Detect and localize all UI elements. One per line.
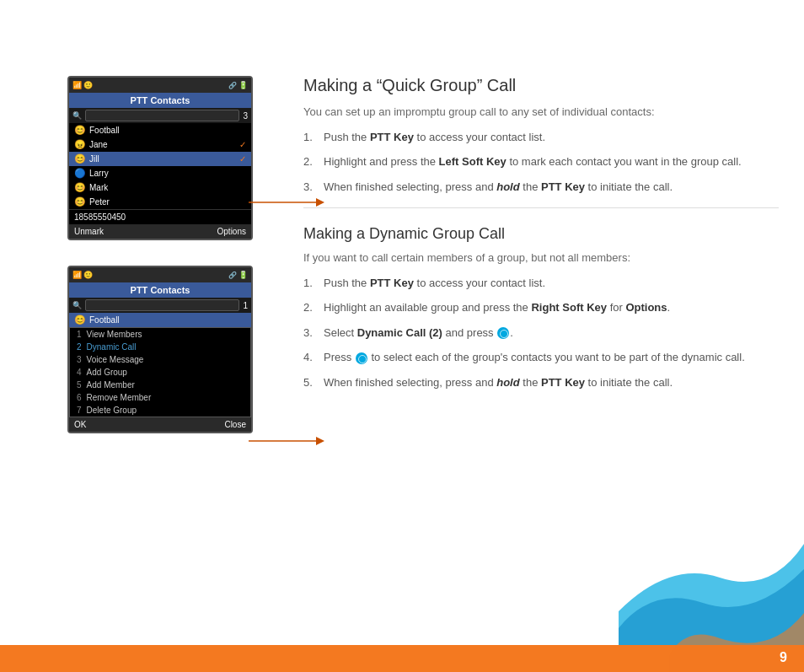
section2-step-4-num: 4. bbox=[303, 349, 317, 366]
phone2-group-football: 😊 Football bbox=[69, 313, 251, 327]
section2-step-1-text: Push the PTT Key to access your contact … bbox=[324, 275, 545, 292]
phone1-contact-football-icon: 😊 bbox=[74, 125, 86, 136]
phone1-contact-jill: 😊 Jill ✓ bbox=[69, 152, 251, 166]
section1-step-3-num: 3. bbox=[303, 179, 317, 196]
phone1-contact-peter-icon: 😊 bbox=[74, 196, 86, 207]
phone2-menu-num-1: 1 bbox=[77, 330, 82, 339]
phone1-right-soft-key[interactable]: Options bbox=[217, 227, 246, 236]
phone2-title-bar: PTT Contacts bbox=[69, 282, 251, 298]
phone2-menu-num-2: 2 bbox=[77, 342, 82, 352]
phone2-search-icon: 🔍 bbox=[72, 301, 82, 309]
phone1-contact-peter: 😊 Peter bbox=[69, 195, 251, 209]
phone2-smiley-icon: 🙂 bbox=[83, 271, 93, 279]
section2-description: If you want to call certain members of a… bbox=[303, 250, 779, 266]
phone1-contact-jane-name: Jane bbox=[89, 140, 108, 149]
page-number: 9 bbox=[780, 650, 787, 665]
phone1-link-icon: 🔗 bbox=[228, 82, 237, 89]
phone2-menu-label-7: Delete Group bbox=[87, 406, 137, 415]
phone1-contact-list: 😊 Football 😠 Jane ✓ 😊 Jill ✓ 🔵 Larry bbox=[69, 123, 251, 209]
section2-step-4-text: Press to select each of the group's cont… bbox=[324, 349, 745, 366]
phone2-menu-item-2[interactable]: 2 Dynamic Call bbox=[70, 341, 250, 353]
phone2-link-icon: 🔗 bbox=[228, 271, 237, 279]
phone2-menu-num-3: 3 bbox=[77, 355, 82, 364]
section1-step-3-text: When finished selecting, press and hold … bbox=[324, 179, 673, 196]
phone2-signal-icon: 📶 bbox=[72, 271, 82, 279]
section1-step-1: 1. Push the PTT Key to access your conta… bbox=[303, 129, 779, 146]
phone1-contact-football-name: Football bbox=[89, 126, 120, 135]
phone2-search-input[interactable] bbox=[85, 299, 239, 311]
phone2-menu-item-4[interactable]: 4 Add Group bbox=[70, 366, 250, 379]
section1-step-2: 2. Highlight and press the Left Soft Key… bbox=[303, 153, 779, 170]
phone2-menu-num-4: 4 bbox=[77, 368, 82, 377]
phone2-menu-item-3[interactable]: 3 Voice Message bbox=[70, 353, 250, 366]
section1-description: You can set up an impromptu group call t… bbox=[303, 104, 779, 121]
phone1-signal-icon: 📶 bbox=[72, 81, 82, 89]
section1-step-2-num: 2. bbox=[303, 153, 317, 170]
phone2-menu-label-6: Remove Member bbox=[87, 393, 152, 402]
phone2-right-soft-key[interactable]: Close bbox=[224, 420, 246, 429]
phone2-menu-label-1: View Members bbox=[87, 330, 142, 339]
phone1-contact-jane-icon: 😠 bbox=[74, 139, 86, 150]
section2-title: Making a Dynamic Group Call bbox=[303, 225, 779, 243]
phone1-contact-mark-name: Mark bbox=[89, 183, 108, 192]
phone1-title-bar: PTT Contacts bbox=[69, 93, 251, 108]
arrow-connector-2 bbox=[249, 433, 324, 449]
phone2-menu-label-4: Add Group bbox=[87, 368, 127, 377]
phone2-menu-num-5: 5 bbox=[77, 380, 82, 390]
phone1-contact-larry: 🔵 Larry bbox=[69, 166, 251, 180]
phone2-status-right: 🔗 🔋 bbox=[228, 271, 248, 279]
svg-marker-3 bbox=[316, 437, 324, 445]
section2-step-1: 1. Push the PTT Key to access your conta… bbox=[303, 275, 779, 292]
section-divider bbox=[303, 207, 779, 208]
phone2-group-name: Football bbox=[89, 315, 120, 325]
phone1-contact-jane-check: ✓ bbox=[239, 140, 246, 149]
section1-step-3: 3. When finished selecting, press and ho… bbox=[303, 179, 779, 196]
phone2-menu-label-3: Voice Message bbox=[87, 355, 144, 364]
section2-step-5-num: 5. bbox=[303, 374, 317, 391]
section2-step-5-text: When finished selecting, press and hold … bbox=[324, 374, 673, 391]
phone2-menu-item-1[interactable]: 1 View Members bbox=[70, 328, 250, 341]
phone1-count: 3 bbox=[243, 111, 248, 121]
phones-container: 📶 🙂 🔗 🔋 PTT Contacts 🔍 3 😊 Football bbox=[67, 76, 253, 459]
section2-step-4: 4. Press to select each of the group's c… bbox=[303, 349, 779, 366]
phone1-contact-jane: 😠 Jane ✓ bbox=[69, 137, 251, 152]
phone2-status-bar: 📶 🙂 🔗 🔋 bbox=[69, 267, 251, 282]
section2-step-3-num: 3. bbox=[303, 325, 317, 341]
phone2-left-soft-key[interactable]: OK bbox=[74, 420, 86, 429]
phone1-contact-football: 😊 Football bbox=[69, 123, 251, 137]
phone1-phone-number: 18585550450 bbox=[69, 209, 251, 224]
phone2-menu-item-5[interactable]: 5 Add Member bbox=[70, 379, 250, 391]
phone-screen-2: 📶 🙂 🔗 🔋 PTT Contacts 🔍 1 😊 Football 1 bbox=[67, 266, 253, 433]
phone1-status-bar: 📶 🙂 🔗 🔋 bbox=[69, 78, 251, 93]
phone1-battery-icon: 🔋 bbox=[239, 81, 248, 89]
phone1-contact-larry-icon: 🔵 bbox=[74, 168, 86, 179]
phone2-menu-label-5: Add Member bbox=[87, 380, 135, 390]
phone2-status-left: 📶 🙂 bbox=[72, 271, 93, 279]
phone1-contact-larry-name: Larry bbox=[89, 169, 109, 178]
phone2-menu-label-2: Dynamic Call bbox=[87, 342, 137, 352]
phone1-status-right: 🔗 🔋 bbox=[228, 81, 248, 89]
phone1-status-left: 📶 🙂 bbox=[72, 81, 93, 89]
phone2-menu-item-7[interactable]: 7 Delete Group bbox=[70, 404, 250, 417]
phone1-contact-mark-icon: 😊 bbox=[74, 182, 86, 193]
phone2-search-row: 🔍 1 bbox=[69, 298, 251, 313]
phone1-search-row: 🔍 3 bbox=[69, 108, 251, 123]
phone2-battery-icon: 🔋 bbox=[239, 271, 248, 279]
phone2-bottom-bar: OK Close bbox=[69, 417, 251, 432]
phone2-menu-item-6[interactable]: 6 Remove Member bbox=[70, 391, 250, 404]
phone2-menu-num-7: 7 bbox=[77, 406, 82, 415]
att-logo-1 bbox=[497, 327, 509, 339]
section2-step-3: 3. Select Dynamic Call (2) and press . bbox=[303, 325, 779, 341]
section1-steps: 1. Push the PTT Key to access your conta… bbox=[303, 129, 779, 196]
phone1-contact-jill-name: Jill bbox=[89, 154, 99, 164]
phone1-search-input[interactable] bbox=[85, 110, 239, 121]
phone1-contact-jill-check: ✓ bbox=[239, 154, 246, 164]
section1-step-1-text: Push the PTT Key to access your contact … bbox=[324, 129, 545, 146]
phone1-left-soft-key[interactable]: Unmark bbox=[74, 227, 104, 236]
section2-step-2: 2. Highlight an available group and pres… bbox=[303, 299, 779, 316]
phone1-bottom-bar: Unmark Options bbox=[69, 224, 251, 239]
phone1-search-icon: 🔍 bbox=[72, 111, 82, 120]
section2-step-2-text: Highlight an available group and press t… bbox=[324, 299, 670, 316]
phone2-count: 1 bbox=[243, 301, 248, 310]
phone2-menu-num-6: 6 bbox=[77, 393, 82, 402]
